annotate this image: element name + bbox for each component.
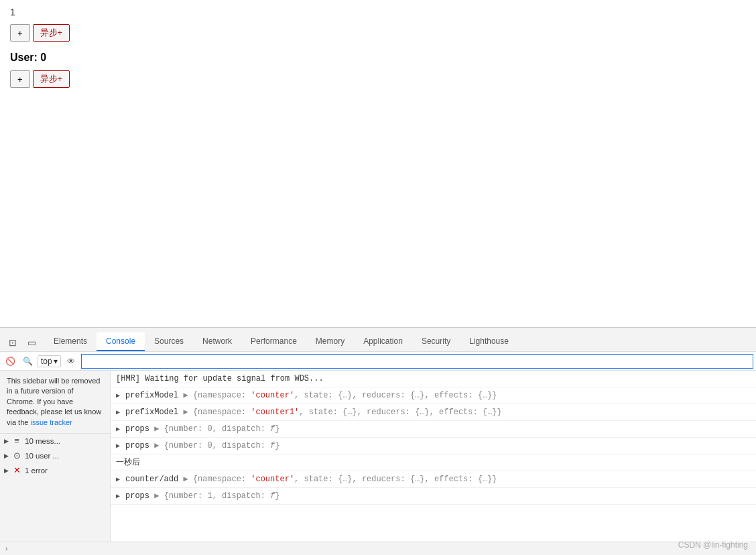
- sidebar-messages-label: 10 mess...: [25, 437, 106, 445]
- sidebar-item-messages[interactable]: ▶ ≡ 10 mess...: [0, 434, 110, 448]
- console-line-counteradd: ▶ counter/add ▶ {namespace: 'counter', s…: [111, 471, 756, 488]
- console-filter-btn[interactable]: 🔍: [20, 354, 35, 369]
- devtools-body: This sidebar will be removed in a future…: [0, 371, 756, 542]
- user-icon: ⊙: [11, 450, 22, 461]
- console-line-counteradd-text: counter/add ▶ {namespace: 'counter', sta…: [125, 473, 497, 485]
- user-display: User: 0: [0, 45, 756, 67]
- page-number: 1: [0, 0, 756, 21]
- tab-performance[interactable]: Performance: [241, 332, 306, 351]
- expand-arrow-props3[interactable]: ▶: [116, 491, 123, 501]
- console-line-prefixmodel2-text: prefixModel ▶ {namespace: 'counter1', st…: [125, 406, 502, 418]
- sidebar-scrollbar: [0, 478, 110, 542]
- async-button-2[interactable]: 异步+: [33, 70, 70, 88]
- plus-button-2[interactable]: +: [10, 70, 30, 88]
- top-label: top: [41, 357, 52, 366]
- tab-sources[interactable]: Sources: [145, 332, 193, 351]
- expand-arrow-prefixmodel1[interactable]: ▶: [116, 391, 123, 401]
- tab-security[interactable]: Security: [412, 332, 460, 351]
- devtools-tabs: ⊡ ▭ Elements Console Sources Network Per…: [0, 328, 756, 352]
- tab-lighthouse[interactable]: Lighthouse: [460, 332, 518, 351]
- tab-elements[interactable]: Elements: [44, 332, 97, 351]
- devtools-panel: ⊡ ▭ Elements Console Sources Network Per…: [0, 327, 756, 555]
- devtools-sidebar: This sidebar will be removed in a future…: [0, 371, 111, 542]
- console-line-prefixmodel1-text: prefixModel ▶ {namespace: 'counter', sta…: [125, 389, 497, 402]
- console-output[interactable]: [HMR] Waiting for update signal from WDS…: [111, 371, 756, 542]
- sidebar-arrow-errors: ▶: [4, 467, 9, 474]
- console-eye-btn[interactable]: 👁: [64, 354, 78, 369]
- console-bottom-arrow[interactable]: ›: [5, 545, 7, 552]
- sidebar-arrow-users: ▶: [4, 452, 9, 459]
- button-group-2: + 异步+: [0, 67, 756, 91]
- sidebar-items: ▶ ≡ 10 mess... ▶ ⊙ 10 user ... ▶ ✕ 1 err…: [0, 433, 110, 478]
- top-selector[interactable]: top ▾: [38, 355, 61, 367]
- expand-arrow-props2[interactable]: ▶: [116, 441, 123, 451]
- top-dropdown-icon: ▾: [54, 357, 58, 366]
- console-clear-btn[interactable]: 🚫: [3, 354, 17, 369]
- expand-arrow-prefixmodel2[interactable]: ▶: [116, 408, 123, 418]
- devtools-inspect-icon[interactable]: ⊡: [4, 334, 21, 351]
- console-line-onesecond: 一秒后: [111, 454, 756, 471]
- sidebar-notice: This sidebar will be removed in a future…: [0, 371, 110, 433]
- button-group-1: + 异步+: [0, 21, 756, 45]
- console-line-props1: ▶ props ▶ {number: 0, dispatch: f}: [111, 421, 756, 438]
- console-line-onesecond-text: 一秒后: [116, 456, 140, 469]
- async-button-1[interactable]: 异步+: [33, 24, 70, 42]
- sidebar-arrow-messages: ▶: [4, 438, 9, 444]
- expand-arrow-counteradd[interactable]: ▶: [116, 475, 123, 485]
- console-search-input[interactable]: [81, 354, 753, 369]
- tab-network[interactable]: Network: [193, 332, 241, 351]
- sidebar-item-errors[interactable]: ▶ ✕ 1 error: [0, 463, 110, 478]
- console-filter-bar: 🚫 🔍 top ▾ 👁: [0, 352, 756, 371]
- console-line-prefixmodel1: ▶ prefixModel ▶ {namespace: 'counter', s…: [111, 387, 756, 404]
- plus-button-1[interactable]: +: [10, 24, 30, 42]
- tab-application[interactable]: Application: [354, 332, 412, 351]
- console-line-prefixmodel2: ▶ prefixModel ▶ {namespace: 'counter1', …: [111, 404, 756, 421]
- console-line-props2-text: props ▶ {number: 0, dispatch: f}: [125, 440, 279, 452]
- console-line-hmr: [HMR] Waiting for update signal from WDS…: [111, 371, 756, 387]
- sidebar-users-label: 10 user ...: [25, 452, 106, 460]
- sidebar-errors-label: 1 error: [25, 467, 106, 475]
- message-icon: ≡: [11, 436, 22, 446]
- expand-arrow-props1[interactable]: ▶: [116, 424, 123, 434]
- devtools-device-icon[interactable]: ▭: [23, 334, 40, 351]
- tab-console[interactable]: Console: [97, 332, 145, 351]
- console-line-props3: ▶ props ▶ {number: 1, dispatch: f}: [111, 488, 756, 505]
- error-icon: ✕: [11, 465, 22, 476]
- console-line-hmr-text: [HMR] Waiting for update signal from WDS…: [116, 373, 324, 385]
- tab-memory[interactable]: Memory: [306, 332, 354, 351]
- sidebar-notice-link[interactable]: issue tracker: [30, 418, 72, 426]
- console-line-props3-text: props ▶ {number: 1, dispatch: f}: [125, 490, 279, 502]
- sidebar-scrollbar-track[interactable]: [105, 478, 110, 542]
- sidebar-item-users[interactable]: ▶ ⊙ 10 user ...: [0, 448, 110, 463]
- csdn-watermark: CSDN @lin-fighting: [678, 540, 748, 550]
- console-line-props2: ▶ props ▶ {number: 0, dispatch: f}: [111, 438, 756, 454]
- console-line-props1-text: props ▶ {number: 0, dispatch: f}: [125, 423, 279, 435]
- console-bottom-bar: ›: [0, 542, 756, 555]
